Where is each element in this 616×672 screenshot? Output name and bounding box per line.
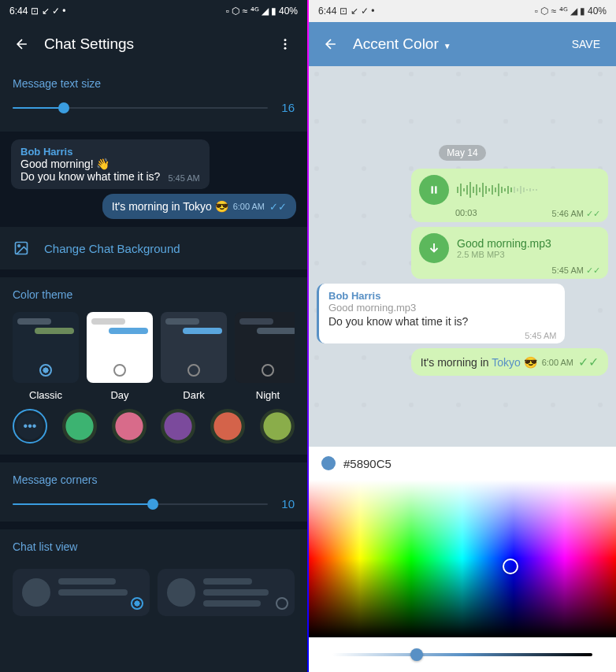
text-size-label: Message text size xyxy=(13,77,295,90)
status-time: 6:44 xyxy=(9,6,28,17)
message-text: Do you know what time it is? xyxy=(328,315,555,328)
theme-day[interactable]: Day xyxy=(87,312,153,401)
theme-night[interactable]: Night xyxy=(235,312,295,401)
outgoing-bubble: It's morning in Tokyo 😎 6:00 AM ✓✓ xyxy=(411,348,608,376)
waveform-icon xyxy=(457,180,575,199)
color-swatch-4[interactable] xyxy=(210,409,245,444)
status-bar: 6:44 ⊡ ↙ ✓ • ▫ ⬡ ≈ ⁴ᴳ ◢ ▮ 40% xyxy=(0,0,307,22)
back-button[interactable] xyxy=(6,28,38,60)
corners-label: Message corners xyxy=(13,473,295,486)
text-size-section: Message text size 16 xyxy=(0,66,307,125)
color-picker[interactable] xyxy=(309,480,616,637)
message-time: 5:46 AM xyxy=(552,209,584,218)
picker-cursor[interactable] xyxy=(503,559,518,574)
battery-icon: ▮ xyxy=(271,6,276,17)
sender-name: Bob Harris xyxy=(20,146,200,158)
radio-icon xyxy=(276,597,288,610)
svg-rect-24 xyxy=(510,187,512,192)
svg-point-0 xyxy=(284,39,287,41)
svg-rect-28 xyxy=(523,187,525,192)
chat-list-option-three-line[interactable] xyxy=(158,569,295,616)
read-check-icon: ✓✓ xyxy=(269,201,287,213)
svg-rect-9 xyxy=(463,188,465,191)
chat-preview: Bob Harris Good morning! 👋 Do you know w… xyxy=(0,132,307,227)
lightness-slider-row xyxy=(309,637,616,672)
svg-rect-19 xyxy=(495,187,496,192)
color-swatch-2[interactable] xyxy=(112,409,147,444)
accent-color-dropdown[interactable]: Accent Color▼ xyxy=(353,35,562,53)
svg-point-2 xyxy=(284,47,287,50)
svg-rect-23 xyxy=(507,186,509,194)
file-meta: 2.5 MB MP3 xyxy=(457,250,551,259)
reply-reference: Good morning.mp3 xyxy=(328,302,555,314)
save-button[interactable]: SAVE xyxy=(562,38,610,50)
page-title: Chat Settings xyxy=(44,35,269,53)
radio-selected-icon xyxy=(131,597,143,610)
back-button[interactable] xyxy=(315,28,347,60)
incoming-bubble: Bob Harris Good morning.mp3 Do you know … xyxy=(317,284,565,343)
file-name: Good morning.mp3 xyxy=(457,237,551,250)
image-icon xyxy=(13,239,30,257)
change-background-button[interactable]: Change Chat Background xyxy=(0,227,307,269)
outgoing-bubble: It's morning in Tokyo 😎 6:00 AM ✓✓ xyxy=(102,194,296,219)
status-battery: 40% xyxy=(588,6,607,17)
message-time: 5:45 AM xyxy=(168,173,199,183)
svg-rect-18 xyxy=(492,185,493,195)
text-size-slider[interactable] xyxy=(13,107,268,109)
chat-settings-screen: 6:44 ⊡ ↙ ✓ • ▫ ⬡ ≈ ⁴ᴳ ◢ ▮ 40% Chat Setti… xyxy=(0,0,307,672)
status-icons-left: ⊡ ↙ ✓ • xyxy=(340,6,374,17)
voice-duration: 00:03 xyxy=(455,208,477,217)
corners-value: 10 xyxy=(279,497,295,510)
status-icons-right: ▫ ⬡ ≈ ⁴ᴳ ◢ xyxy=(535,6,577,17)
sender-name: Bob Harris xyxy=(328,290,555,302)
overflow-menu-button[interactable] xyxy=(269,28,301,60)
svg-rect-25 xyxy=(514,187,515,193)
svg-rect-22 xyxy=(504,188,506,191)
message-time: 5:45 AM xyxy=(552,265,584,275)
lightness-thumb[interactable] xyxy=(410,648,423,661)
svg-rect-8 xyxy=(460,184,462,196)
message-text: It's morning in Tokyo 😎 xyxy=(421,356,537,369)
corners-slider[interactable] xyxy=(13,503,268,505)
toolbar: Chat Settings xyxy=(0,22,307,66)
chat-list-label: Chat list view xyxy=(13,540,295,553)
voice-message-bubble: 00:03 5:46 AM ✓✓ xyxy=(411,169,608,222)
svg-rect-27 xyxy=(520,186,521,194)
color-swatch-1[interactable] xyxy=(62,409,97,444)
svg-rect-7 xyxy=(457,187,458,193)
svg-rect-26 xyxy=(517,188,518,191)
color-swatch-3[interactable] xyxy=(161,409,195,444)
message-text: Good morning! 👋 xyxy=(20,158,200,170)
hex-input[interactable] xyxy=(343,457,603,470)
pause-button[interactable] xyxy=(419,175,449,205)
chat-list-option-two-line[interactable] xyxy=(13,569,150,616)
color-swatch-5[interactable] xyxy=(260,409,295,444)
color-theme-section: Color theme Classic Day Dark Night ••• xyxy=(0,277,307,455)
svg-rect-17 xyxy=(488,188,490,191)
svg-rect-5 xyxy=(432,186,433,193)
svg-rect-32 xyxy=(536,189,537,191)
theme-classic[interactable]: Classic xyxy=(13,312,79,401)
svg-rect-13 xyxy=(476,184,477,195)
text-size-value: 16 xyxy=(279,101,295,114)
status-battery: 40% xyxy=(279,6,298,17)
svg-rect-20 xyxy=(498,184,499,196)
date-badge: May 14 xyxy=(439,145,485,161)
download-icon[interactable] xyxy=(419,233,449,263)
color-theme-label: Color theme xyxy=(13,288,295,301)
theme-dark[interactable]: Dark xyxy=(161,312,227,401)
svg-rect-10 xyxy=(466,185,468,195)
color-swatch-0[interactable]: ••• xyxy=(13,409,47,444)
accent-color-screen: 6:44 ⊡ ↙ ✓ • ▫ ⬡ ≈ ⁴ᴳ ◢ ▮ 40% Accent Col… xyxy=(309,0,616,672)
message-time: 5:45 AM xyxy=(525,331,556,340)
svg-rect-30 xyxy=(529,188,531,191)
status-icons-right: ▫ ⬡ ≈ ⁴ᴳ ◢ xyxy=(226,6,269,17)
status-icons-left: ⊡ ↙ ✓ • xyxy=(31,6,65,17)
chat-list-section: Chat list view xyxy=(0,529,307,569)
incoming-bubble: Bob Harris Good morning! 👋 Do you know w… xyxy=(11,139,210,189)
svg-rect-16 xyxy=(485,186,487,194)
toolbar: Accent Color▼ SAVE xyxy=(309,22,616,66)
message-text: It's morning in Tokyo 😎 xyxy=(112,200,228,213)
lightness-slider[interactable] xyxy=(332,653,592,656)
corners-section: Message corners 10 xyxy=(0,462,307,522)
